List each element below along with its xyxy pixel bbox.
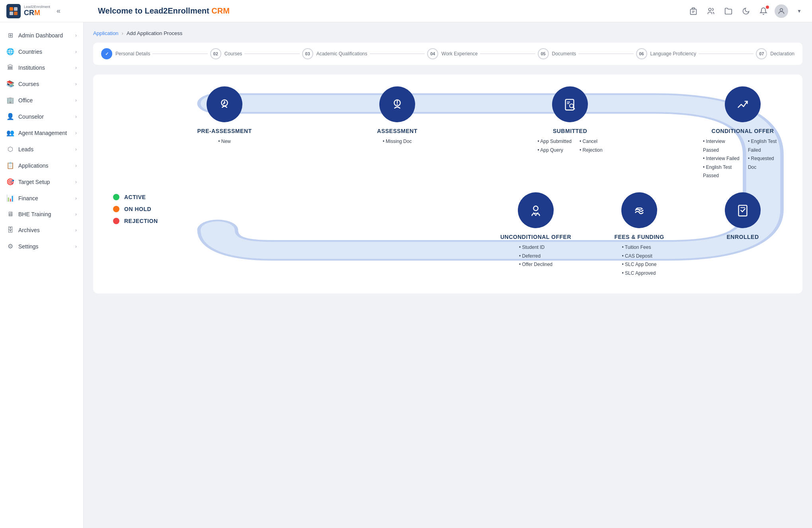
sidebar-item-leads[interactable]: ⬡ Leads › bbox=[0, 141, 83, 157]
legend-label-active: ACTIVE bbox=[124, 194, 146, 200]
flow-node-assessment: ASSESSMENT Missing Doc bbox=[357, 86, 437, 146]
flow-node-title-pre-assessment: PRE-ASSESSMENT bbox=[197, 128, 252, 134]
step-circle-5: 05 bbox=[538, 48, 549, 59]
flow-node-title-fees-funding: FEES & FUNDING bbox=[614, 234, 664, 240]
step-circle-4: 04 bbox=[427, 48, 438, 59]
sidebar-label-counselor: Counselor bbox=[18, 113, 44, 120]
svg-rect-2 bbox=[10, 12, 13, 15]
sidebar-label-finance: Finance bbox=[18, 195, 38, 201]
legend-item-rejection: REJECTION bbox=[113, 218, 177, 224]
folder-icon-button[interactable] bbox=[722, 5, 735, 18]
sidebar-item-finance[interactable]: 📊 Finance › bbox=[0, 190, 83, 206]
step-connector-2 bbox=[244, 53, 299, 54]
flow-node-circle-submitted bbox=[552, 86, 588, 122]
legend-dot-on-hold bbox=[113, 206, 119, 212]
logo-main: CRM bbox=[24, 9, 50, 17]
step-circle-7: 07 bbox=[756, 48, 767, 59]
sidebar-icon-archives: 🗄 bbox=[6, 227, 14, 234]
bell-icon-button[interactable] bbox=[757, 5, 770, 18]
sidebar-item-countries[interactable]: 🌐 Countries › bbox=[0, 43, 83, 60]
sidebar-icon-leads: ⬡ bbox=[6, 145, 14, 153]
sidebar-item-courses[interactable]: 📚 Courses › bbox=[0, 76, 83, 92]
flow-node-circle-conditional-offer bbox=[725, 86, 761, 122]
sidebar-label-courses: Courses bbox=[18, 81, 39, 87]
sidebar-label-countries: Countries bbox=[18, 49, 42, 55]
sidebar-item-applications[interactable]: 📋 Applications › bbox=[0, 157, 83, 174]
logo-area: Lead2Enrolment CRM « bbox=[6, 4, 90, 18]
svg-rect-0 bbox=[10, 7, 13, 11]
sidebar-item-settings[interactable]: ⚙ Settings › bbox=[0, 238, 83, 254]
sidebar-item-agent-management[interactable]: 👥 Agent Management › bbox=[0, 125, 83, 141]
page-title: Welcome to Lead2Enrollment CRM bbox=[90, 6, 687, 16]
step-item-4[interactable]: 04 Work Experience bbox=[427, 48, 478, 59]
flow-node-circle-fees-funding bbox=[621, 192, 657, 228]
breadcrumb-current: Add Application Process bbox=[127, 30, 182, 36]
sidebar-item-office[interactable]: 🏢 Office › bbox=[0, 92, 83, 108]
sidebar-item-bhe-training[interactable]: 🖥 BHE Training › bbox=[0, 206, 83, 222]
sidebar-item-admin-dashboard[interactable]: ⊞ Admin Dashboard › bbox=[0, 27, 83, 43]
svg-point-14 bbox=[397, 104, 398, 105]
breadcrumb-link[interactable]: Application bbox=[93, 30, 119, 36]
notification-badge bbox=[766, 6, 769, 9]
main-content: Application › Add Application Process ✓ … bbox=[84, 22, 812, 528]
node-row-top: PRE-ASSESSMENT New ASSESSMENT Missing Do… bbox=[177, 86, 791, 180]
svg-line-17 bbox=[573, 108, 575, 109]
flow-node-submitted: SUBMITTED App SubmittedApp Query CancelR… bbox=[530, 86, 610, 154]
svg-point-8 bbox=[709, 8, 711, 11]
flow-container: ACTIVE ON HOLD REJECTION PRE-ASSESSMEN bbox=[93, 74, 802, 293]
sidebar-label-office: Office bbox=[18, 97, 33, 104]
sidebar-icon-target-setup: 🎯 bbox=[6, 178, 14, 186]
breadcrumb-separator: › bbox=[122, 30, 123, 36]
step-circle-6: 06 bbox=[636, 48, 647, 59]
clipboard-icon-button[interactable] bbox=[687, 5, 700, 18]
step-item-5[interactable]: 05 Documents bbox=[538, 48, 576, 59]
step-circle-3: 03 bbox=[302, 48, 313, 59]
svg-point-20 bbox=[533, 206, 538, 211]
step-label-2: Courses bbox=[224, 51, 242, 57]
dropdown-arrow-button[interactable]: ▼ bbox=[793, 5, 806, 18]
sidebar-item-archives[interactable]: 🗄 Archives › bbox=[0, 222, 83, 238]
sidebar-arrow-office: › bbox=[75, 98, 77, 103]
sidebar-arrow-institutions: › bbox=[75, 65, 77, 70]
sidebar-label-applications: Applications bbox=[18, 162, 49, 169]
sidebar-arrow-courses: › bbox=[75, 81, 77, 87]
moon-icon-button[interactable] bbox=[740, 5, 752, 18]
sidebar-arrow-counselor: › bbox=[75, 114, 77, 119]
step-label-7: Declaration bbox=[770, 51, 794, 57]
logo-icon bbox=[6, 4, 21, 18]
sidebar-arrow-applications: › bbox=[75, 163, 77, 168]
flow-node-pre-assessment: PRE-ASSESSMENT New bbox=[185, 86, 264, 146]
sidebar-label-institutions: Institutions bbox=[18, 65, 45, 71]
collapse-sidebar-button[interactable]: « bbox=[53, 5, 64, 17]
svg-point-11 bbox=[223, 102, 226, 104]
sidebar-item-target-setup[interactable]: 🎯 Target Setup › bbox=[0, 174, 83, 190]
flow-node-title-unconditional-offer: UNCONDITIONAL OFFER bbox=[500, 234, 571, 240]
flow-node-conditional-offer: CONDITIONAL OFFER Interview PassedInterv… bbox=[703, 86, 783, 180]
sidebar-item-institutions[interactable]: 🏛 Institutions › bbox=[0, 60, 83, 76]
step-item-6[interactable]: 06 Language Proficiency bbox=[636, 48, 696, 59]
step-connector-4 bbox=[480, 53, 535, 54]
step-item-7[interactable]: 07 Declaration bbox=[756, 48, 794, 59]
sidebar-item-counselor[interactable]: 👤 Counselor › bbox=[0, 108, 83, 125]
flow-diagram: PRE-ASSESSMENT New ASSESSMENT Missing Do… bbox=[177, 86, 791, 278]
flow-node-circle-assessment bbox=[379, 86, 415, 122]
sidebar-icon-counselor: 👤 bbox=[6, 113, 14, 120]
sidebar-icon-courses: 📚 bbox=[6, 80, 14, 88]
users-icon-button[interactable] bbox=[705, 5, 717, 18]
legend: ACTIVE ON HOLD REJECTION bbox=[105, 86, 177, 278]
sidebar-arrow-admin-dashboard: › bbox=[75, 33, 77, 38]
step-item-1[interactable]: ✓ Personal Details bbox=[101, 48, 150, 59]
sidebar-arrow-archives: › bbox=[75, 227, 77, 233]
step-item-2[interactable]: 02 Courses bbox=[210, 48, 242, 59]
step-connector-3 bbox=[370, 53, 425, 54]
sidebar-arrow-leads: › bbox=[75, 147, 77, 152]
user-avatar-button[interactable] bbox=[775, 4, 788, 18]
svg-point-9 bbox=[780, 8, 783, 11]
legend-label-rejection: REJECTION bbox=[124, 218, 158, 224]
sidebar-icon-settings: ⚙ bbox=[6, 242, 14, 250]
flow-node-fees-funding: FEES & FUNDING Tuition FeesCAS DepositSL… bbox=[599, 192, 679, 278]
svg-rect-5 bbox=[691, 9, 697, 14]
svg-rect-1 bbox=[14, 7, 18, 11]
sidebar: ⊞ Admin Dashboard › 🌐 Countries › 🏛 Inst… bbox=[0, 22, 84, 528]
step-item-3[interactable]: 03 Academic Qualifications bbox=[302, 48, 367, 59]
